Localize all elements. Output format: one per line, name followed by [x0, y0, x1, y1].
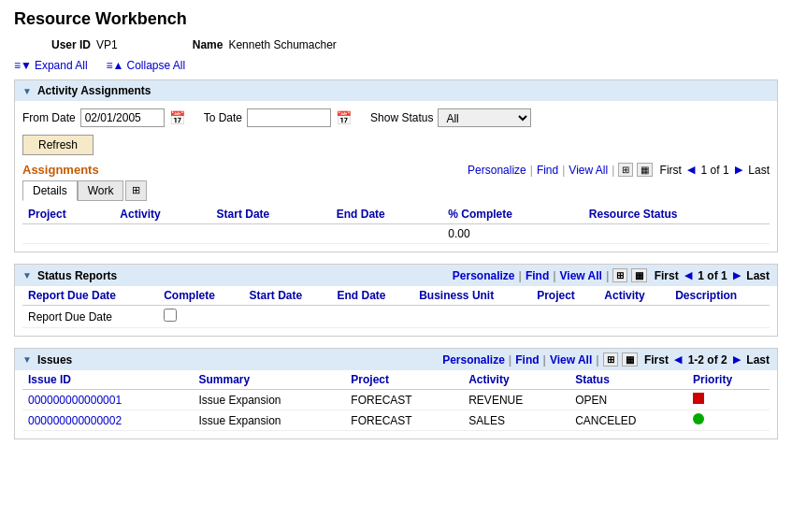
show-status-field: Show Status All Active Inactive Complete… — [370, 108, 531, 127]
sr-find-link[interactable]: Find — [526, 269, 549, 282]
cell-end-date — [331, 224, 442, 244]
user-name-label: Name — [193, 38, 223, 51]
from-date-input[interactable] — [80, 108, 165, 127]
show-status-select[interactable]: All Active Inactive Completed — [438, 108, 531, 127]
next-btn[interactable]: ▶ — [735, 164, 742, 176]
col-pct-complete: % Complete — [442, 205, 583, 224]
view-all-link[interactable]: View All — [569, 164, 608, 177]
tab-work[interactable]: Work — [78, 180, 124, 201]
sr-cell-end-date — [332, 306, 414, 328]
issues-find-link[interactable]: Find — [515, 353, 539, 367]
sr-col-description: Description — [670, 286, 770, 306]
issue-id-link-2[interactable]: 000000000000002 — [28, 414, 122, 427]
issues-col-activity: Activity — [463, 370, 569, 390]
user-name-value: Kenneth Schumacher — [228, 38, 336, 51]
cell-start-date — [211, 224, 331, 244]
issues-next-btn[interactable]: ▶ — [733, 353, 741, 366]
sr-cell-complete[interactable] — [158, 306, 243, 328]
issues-col-project: Project — [345, 370, 463, 390]
sr-chart-icon[interactable]: ▦ — [631, 268, 647, 282]
sr-next-btn[interactable]: ▶ — [733, 269, 741, 281]
sr-personalize-link[interactable]: Personalize — [453, 269, 515, 282]
issues-body: Issue ID Summary Project Activity Status… — [15, 370, 777, 439]
issues-col-priority: Priority — [687, 370, 770, 390]
issues-title: Issues — [37, 353, 72, 367]
sr-pagination: First ◀ 1 of 1 ▶ Last — [651, 269, 770, 282]
issues-cell-status-1: OPEN — [569, 390, 687, 410]
status-reports-table: Report Due Date Complete Start Date End … — [22, 286, 770, 328]
from-date-calendar-icon[interactable]: 📅 — [169, 110, 185, 125]
sr-cell-project — [531, 306, 598, 328]
sr-col-complete: Complete — [158, 286, 243, 306]
expand-all-link[interactable]: ≡▼ Expand All — [14, 59, 88, 72]
assignments-toolbar-right: Personalize | Find | View All | ⊞ ▦ Firs… — [468, 163, 770, 177]
issues-triangle-icon[interactable]: ▼ — [22, 354, 32, 365]
page-title: Resource Workbench — [14, 9, 778, 29]
to-date-input[interactable] — [247, 108, 331, 127]
tab-details[interactable]: Details — [22, 180, 78, 201]
complete-checkbox[interactable] — [164, 309, 177, 322]
issues-cell-status-2: CANCELED — [569, 410, 687, 431]
issues-grid-icon[interactable]: ⊞ — [603, 352, 618, 367]
issues-cell-activity-2: SALES — [463, 410, 569, 431]
user-info: User ID VP1 Name Kenneth Schumacher — [14, 38, 778, 51]
status-reports-header: ▼ Status Reports Personalize | Find | Vi… — [15, 265, 777, 286]
cell-pct-complete: 0.00 — [442, 224, 583, 244]
cell-project — [22, 224, 114, 244]
col-project: Project — [22, 205, 114, 224]
sr-grid-icon[interactable]: ⊞ — [612, 268, 627, 282]
issues-pagination: First ◀ 1-2 of 2 ▶ Last — [641, 353, 770, 367]
collapse-all-link[interactable]: ≡▲ Collapse All — [107, 59, 186, 72]
issues-header: ▼ Issues Personalize | Find | View All |… — [15, 349, 777, 370]
issues-view-all-link[interactable]: View All — [550, 353, 592, 367]
activity-assignments-header: ▼ Activity Assignments — [15, 80, 777, 101]
issues-prev-btn[interactable]: ◀ — [674, 353, 682, 366]
issues-chart-icon[interactable]: ▦ — [622, 352, 638, 367]
user-id-field: User ID VP1 — [51, 38, 118, 51]
to-date-calendar-icon[interactable]: 📅 — [336, 110, 352, 125]
sr-cell-business-unit — [413, 306, 531, 328]
from-date-label: From Date — [22, 111, 76, 124]
assignments-table-title: Assignments — [22, 163, 99, 177]
to-date-field: To Date 📅 — [204, 108, 352, 127]
issues-cell-priority-2 — [687, 410, 770, 431]
issues-cell-id: 000000000000001 — [22, 390, 193, 410]
expand-collapse-bar: ≡▼ Expand All ≡▲ Collapse All — [14, 59, 778, 72]
sr-cell-report-due-date: Report Due Date — [22, 306, 158, 328]
find-link[interactable]: Find — [537, 164, 558, 177]
tab-extra-icon[interactable]: ⊞ — [125, 180, 147, 201]
sr-cell-activity — [598, 306, 670, 328]
assignments-tabs: Details Work ⊞ — [22, 180, 770, 201]
issues-personalize-link[interactable]: Personalize — [442, 353, 505, 367]
grid-icon[interactable]: ⊞ — [618, 163, 633, 177]
sr-col-activity: Activity — [598, 286, 670, 306]
col-resource-status: Resource Status — [583, 205, 770, 224]
collapse-triangle-icon[interactable]: ▼ — [22, 86, 32, 96]
sr-view-all-link[interactable]: View All — [560, 269, 602, 282]
expand-all-icon: ≡▼ — [14, 59, 32, 72]
user-name-field: Name Kenneth Schumacher — [193, 38, 337, 51]
activity-assignments-title: Activity Assignments — [37, 84, 151, 97]
status-reports-section: ▼ Status Reports Personalize | Find | Vi… — [14, 264, 778, 337]
page-container: Resource Workbench User ID VP1 Name Kenn… — [0, 0, 792, 460]
sr-col-business-unit: Business Unit — [413, 286, 531, 306]
issues-cell-summary-1: Issue Expansion — [193, 390, 345, 410]
sr-col-start-date: Start Date — [243, 286, 331, 306]
sr-prev-btn[interactable]: ◀ — [684, 269, 692, 281]
col-start-date: Start Date — [211, 205, 331, 224]
user-id-value: VP1 — [96, 38, 118, 51]
expand-all-label: Expand All — [35, 59, 88, 72]
sr-cell-description — [670, 306, 770, 328]
issue-id-link-1[interactable]: 000000000000001 — [28, 394, 122, 407]
personalize-link[interactable]: Personalize — [468, 164, 526, 177]
collapse-all-label: Collapse All — [127, 59, 186, 72]
col-end-date: End Date — [331, 205, 442, 224]
refresh-row: Refresh — [22, 135, 770, 155]
assignments-pagination: First ◀ 1 of 1 ▶ Last — [656, 164, 770, 177]
chart-icon[interactable]: ▦ — [637, 163, 653, 177]
status-reports-triangle-icon[interactable]: ▼ — [22, 270, 32, 280]
table-row: 000000000000002 Issue Expansion FORECAST… — [22, 410, 770, 431]
prev-btn[interactable]: ◀ — [687, 164, 695, 176]
user-id-label: User ID — [51, 38, 91, 51]
refresh-button[interactable]: Refresh — [22, 135, 94, 155]
